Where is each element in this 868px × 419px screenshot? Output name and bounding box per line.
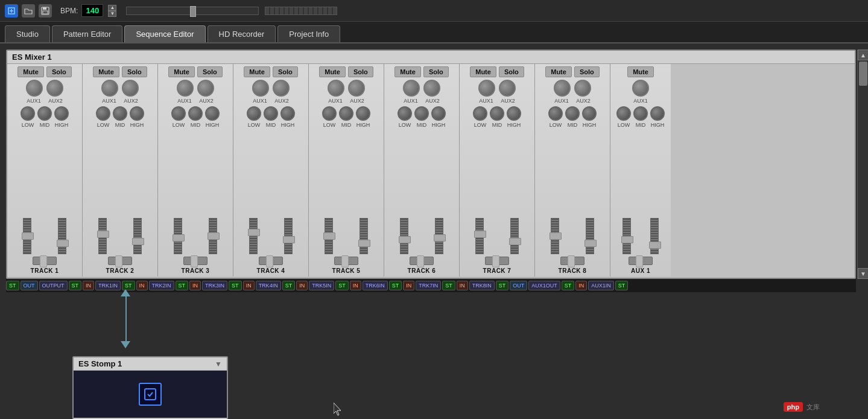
low-knob-track6[interactable] <box>398 106 412 121</box>
conn-in-trk6[interactable]: IN <box>350 281 361 290</box>
conn-trk6in[interactable]: TRK6IN <box>363 281 388 290</box>
conn-out-output[interactable]: OUT <box>21 281 38 290</box>
tab-sequence-editor[interactable]: Sequence Editor <box>124 25 205 42</box>
fader-l-track3[interactable] <box>174 218 182 254</box>
position-slider[interactable] <box>126 7 259 15</box>
scroll-down-button[interactable]: ▼ <box>858 268 868 279</box>
aux1-knob-track1[interactable] <box>26 80 43 97</box>
fader-r-track2[interactable] <box>133 218 142 254</box>
aux2-knob-track7[interactable] <box>499 80 516 97</box>
fader-r-track8[interactable] <box>586 218 594 254</box>
mute-button-aux1[interactable]: Mute <box>627 66 654 77</box>
high-knob-track6[interactable] <box>431 106 446 121</box>
bpm-spinner[interactable]: ▲ ▼ <box>108 5 116 17</box>
conn-in-trk4[interactable]: IN <box>243 281 255 290</box>
conn-output[interactable]: OUTPUT <box>39 281 68 290</box>
aux1-knob-track7[interactable] <box>478 80 495 97</box>
conn-trk1in[interactable]: TRK1IN <box>95 281 121 290</box>
conn-st-1[interactable]: ST <box>69 281 82 290</box>
mid-knob-track1[interactable] <box>37 106 52 121</box>
bpm-value[interactable]: 140 <box>81 4 103 17</box>
aux2-knob-track8[interactable] <box>574 80 591 97</box>
low-knob-track2[interactable] <box>96 106 110 121</box>
mute-button-track8[interactable]: Mute <box>545 66 572 77</box>
tab-pattern-editor[interactable]: Pattern Editor <box>52 25 123 42</box>
stomp-plugin-icon[interactable] <box>139 383 162 406</box>
stomp-menu-icon[interactable]: ▼ <box>215 360 222 368</box>
aux1-knob-track5[interactable] <box>328 80 344 97</box>
conn-trk4in[interactable]: TRK4IN <box>256 281 281 290</box>
tab-hd-recorder[interactable]: HD Recorder <box>207 25 276 42</box>
mute-button-track2[interactable]: Mute <box>93 66 119 77</box>
solo-button-track6[interactable]: Solo <box>423 66 449 77</box>
high-knob-track4[interactable] <box>280 106 295 121</box>
low-knob-aux1[interactable] <box>616 106 631 121</box>
aux2-knob-track1[interactable] <box>46 80 63 97</box>
conn-st-3[interactable]: ST <box>176 281 189 290</box>
fader-l-track8[interactable] <box>551 218 559 254</box>
conn-st-4[interactable]: ST <box>229 281 242 290</box>
high-knob-track2[interactable] <box>130 106 144 121</box>
solo-button-track1[interactable]: Solo <box>46 66 72 77</box>
aux2-knob-track6[interactable] <box>423 80 440 97</box>
solo-button-track7[interactable]: Solo <box>499 66 524 77</box>
tab-studio[interactable]: Studio <box>5 25 50 42</box>
conn-out-aux1[interactable]: OUT <box>510 281 527 290</box>
aux1-knob-aux1[interactable] <box>632 80 649 97</box>
mixer-scrollbar[interactable]: ▲ ▼ <box>857 50 868 279</box>
conn-in-trk5[interactable]: IN <box>296 281 308 290</box>
aux2-knob-track4[interactable] <box>273 80 290 97</box>
conn-st-aux2[interactable]: ST <box>562 281 575 290</box>
crossfader-track5[interactable] <box>334 257 358 265</box>
fader-r-track6[interactable] <box>435 218 443 254</box>
aux2-knob-track5[interactable] <box>348 80 365 97</box>
mute-button-track4[interactable]: Mute <box>244 66 270 77</box>
conn-trk5in[interactable]: TRK5IN <box>309 281 334 290</box>
fader-r-track4[interactable] <box>284 218 293 254</box>
crossfader-track8[interactable] <box>560 257 584 265</box>
conn-trk3in[interactable]: TRK3IN <box>202 281 227 290</box>
conn-st-7[interactable]: ST <box>389 281 402 290</box>
crossfader-track4[interactable] <box>259 257 283 265</box>
mid-knob-track5[interactable] <box>339 106 353 121</box>
scroll-thumb[interactable] <box>859 62 867 86</box>
mute-button-track1[interactable]: Mute <box>17 66 44 77</box>
aux2-knob-track3[interactable] <box>197 80 214 97</box>
low-knob-track3[interactable] <box>171 106 186 121</box>
conn-in-trk7[interactable]: IN <box>403 281 414 290</box>
conn-st-last[interactable]: ST <box>615 281 629 290</box>
mid-knob-aux1[interactable] <box>633 106 648 121</box>
aux1-knob-track3[interactable] <box>177 80 194 97</box>
conn-st-aux[interactable]: ST <box>496 281 509 290</box>
aux1-knob-track4[interactable] <box>252 80 269 97</box>
conn-st-8[interactable]: ST <box>442 281 455 290</box>
crossfader-track2[interactable] <box>108 257 132 265</box>
fader-l-track4[interactable] <box>249 218 258 254</box>
scroll-up-button[interactable]: ▲ <box>858 50 868 60</box>
aux1-knob-track8[interactable] <box>554 80 571 97</box>
mid-knob-track7[interactable] <box>490 106 504 121</box>
crossfader-track6[interactable] <box>410 257 434 265</box>
conn-st-out[interactable]: ST <box>6 281 19 290</box>
solo-button-track8[interactable]: Solo <box>574 66 600 77</box>
bpm-up-arrow[interactable]: ▲ <box>108 5 116 11</box>
low-knob-track7[interactable] <box>473 106 487 121</box>
conn-st-6[interactable]: ST <box>335 281 349 290</box>
low-knob-track4[interactable] <box>247 106 261 121</box>
bpm-down-arrow[interactable]: ▼ <box>108 11 116 17</box>
conn-in-aux1[interactable]: IN <box>575 281 587 290</box>
fader-track-left-track1[interactable] <box>23 218 31 254</box>
solo-button-track5[interactable]: Solo <box>348 66 373 77</box>
mid-knob-track2[interactable] <box>113 106 127 121</box>
crossfader-track7[interactable] <box>485 257 509 265</box>
conn-trk2in[interactable]: TRK2IN <box>149 281 174 290</box>
high-knob-track5[interactable] <box>356 106 370 121</box>
open-button[interactable] <box>22 4 35 18</box>
fader-l-track6[interactable] <box>400 218 408 254</box>
aux1-knob-track6[interactable] <box>403 80 420 97</box>
save-button[interactable] <box>39 4 52 18</box>
high-knob-track7[interactable] <box>507 106 521 121</box>
low-knob-track8[interactable] <box>548 106 563 121</box>
new-button[interactable] <box>5 4 18 18</box>
conn-trk7in[interactable]: TRK7IN <box>416 281 441 290</box>
